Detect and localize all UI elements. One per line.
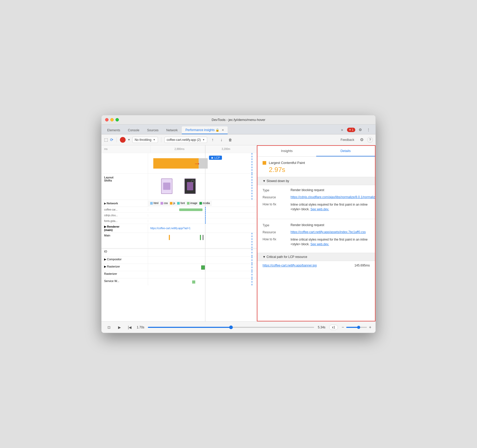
tab-network[interactable]: Network — [163, 126, 181, 134]
network-row-1: coffee-car... — [102, 207, 257, 213]
sw-dashed — [252, 278, 252, 285]
tab-sources[interactable]: Sources — [143, 126, 162, 134]
howtofix-row-1: How to fix Inline critical styles requir… — [263, 202, 370, 212]
howtofix-link-2[interactable]: See web.dev. — [310, 242, 329, 246]
error-badge[interactable]: ✕ 1 — [347, 128, 355, 132]
multiplier-badge: x1 — [329, 325, 338, 330]
toolbar-separator-2 — [161, 137, 161, 142]
toolbar-settings-icon[interactable]: ⚙ — [358, 136, 365, 143]
screenshot-icon[interactable]: ⊡ — [106, 324, 112, 331]
slowed-entry-1: Type Render blocking request Resource ht… — [257, 185, 375, 218]
record-button[interactable] — [120, 137, 126, 143]
net-row-1-label: coffee-car... — [102, 208, 148, 211]
howtofix-link-1[interactable]: See web.dev. — [310, 207, 329, 211]
tab-insights[interactable]: Insights — [257, 146, 316, 156]
resource-link-1[interactable]: https://cdnjs.cloudflare.com/ajax/libs/n… — [291, 195, 375, 199]
maximize-button[interactable] — [115, 118, 119, 121]
zoom-slider[interactable] — [346, 327, 367, 328]
help-icon[interactable]: ? — [367, 137, 373, 143]
service-worker-label: Service W... — [102, 278, 148, 285]
network-row-3: fonts.gsta... — [102, 218, 257, 224]
lcp-heading: Largest Contentful Paint — [257, 157, 375, 166]
compositor-content — [148, 257, 257, 264]
layout-shifts-label: LayoutShifts — [102, 174, 148, 200]
io-row: IO — [102, 249, 257, 256]
type-value-1: Render blocking request — [291, 188, 370, 192]
net-dashed-2 — [205, 213, 206, 218]
renderer-url[interactable]: https://coffee-cart.netlify.app/?ad=1 — [148, 226, 193, 231]
legend-image: image — [187, 202, 197, 205]
renderer-dashed — [252, 233, 252, 248]
more-options-icon[interactable]: ⋮ — [365, 126, 372, 133]
throttling-label: No throttling — [135, 138, 151, 142]
tab-console[interactable]: Console — [124, 126, 143, 134]
legend-html-dot — [150, 202, 153, 205]
io-dashed — [252, 249, 252, 256]
net-row-1-bars — [148, 207, 257, 212]
skip-start-button[interactable]: |◀ — [126, 324, 133, 331]
download-icon[interactable]: ↓ — [218, 136, 225, 143]
legend-js: js — [170, 202, 175, 205]
rasterizer-block — [201, 265, 205, 270]
io-label: IO — [102, 249, 148, 256]
toolbar: ⬚ ⟳ ▼ No throttling ▼ coffee-cart.netlif… — [102, 134, 375, 145]
left-panel: ms 2,880ms 3,200m → LCP — [102, 145, 257, 321]
play-button[interactable]: ▶ — [116, 324, 123, 331]
close-tab-icon[interactable]: ✕ — [222, 128, 224, 132]
traffic-lights — [105, 118, 119, 121]
bottom-bar: ⊡ ▶ |◀ 1.70s 5.34s x1 − + — [102, 321, 375, 333]
type-row-2: Type Render blocking request — [263, 223, 370, 227]
zoom-control: − + — [342, 325, 371, 330]
tab-elements[interactable]: Elements — [104, 126, 124, 134]
close-button[interactable] — [105, 118, 109, 121]
zoom-out-icon[interactable]: − — [342, 325, 344, 330]
timeline-unit: ms — [104, 148, 107, 150]
start-time: 1.70s — [137, 326, 144, 329]
critical-path-time: 145.695ms — [355, 264, 370, 267]
resource-link-2[interactable]: https://coffee-cart.netlify.app/assets/i… — [291, 230, 370, 234]
net-dashed-1 — [205, 207, 206, 212]
lcp-badge[interactable]: LCP — [209, 156, 222, 160]
nav-tool-icon[interactable]: ⟳ — [110, 138, 113, 142]
network-legend: html css js font — [148, 201, 212, 206]
resource-row-2: Resource https://coffee-cart.netlify.app… — [263, 230, 370, 234]
insights-tabs: Insights Details — [257, 146, 375, 157]
network-label: ▶ Network — [102, 200, 148, 207]
flame-2 — [200, 235, 201, 240]
upload-icon[interactable]: ↑ — [209, 136, 216, 143]
profile-dropdown-arrow: ▼ — [202, 138, 205, 141]
critical-path-link[interactable]: https://coffee-cart.netlify.app/banner.j… — [263, 264, 317, 267]
settings-icon[interactable]: ⚙ — [357, 126, 364, 133]
legend-font-dot — [177, 202, 180, 205]
howtofix-text-1: Inline critical styles required for the … — [291, 202, 370, 212]
rasterizer-row-1: ▶ Rasterizer — [102, 264, 257, 271]
howtofix-label-1: How to fix — [263, 202, 288, 212]
renderer-section: ▶ Renderer(main) https://coffee-cart.net… — [102, 224, 257, 249]
dropdown-arrow-record[interactable]: ▼ — [128, 138, 130, 141]
critical-path-heading: ▼ Critical path for LCP resource — [257, 253, 375, 261]
cursor-tool-icon[interactable]: ⬚ — [104, 137, 108, 142]
lcp-section: → LCP — [102, 153, 257, 174]
end-time: 5.34s — [318, 326, 325, 329]
legend-media-dot — [199, 202, 202, 205]
timeline-playback-slider[interactable] — [148, 327, 314, 328]
red-arrow-icon: → — [193, 160, 201, 168]
legend-image-dot — [187, 202, 190, 205]
feedback-button[interactable]: Feedback — [338, 137, 356, 143]
legend-css-dot — [161, 202, 163, 205]
resource-label-1: Resource — [263, 195, 288, 199]
service-worker-content — [148, 278, 257, 285]
throttling-dropdown[interactable]: No throttling ▼ — [132, 137, 158, 143]
layout-dashed-line — [252, 174, 252, 200]
tab-details[interactable]: Details — [316, 146, 375, 156]
rasterizer-2-label: Rasterizer — [102, 271, 148, 278]
more-tabs-button[interactable]: » — [339, 126, 345, 133]
zoom-in-icon[interactable]: + — [369, 325, 371, 330]
insights-content: Largest Contentful Paint 2.97s ▼ Slowed … — [257, 157, 375, 321]
type-row-1: Type Render blocking request — [263, 188, 370, 192]
minimize-button[interactable] — [110, 118, 114, 121]
tab-performance-insights[interactable]: Performance insights 🔒 ✕ — [182, 126, 228, 134]
delete-icon[interactable]: 🗑 — [227, 136, 234, 143]
profile-dropdown[interactable]: coffee-cart.netlify.app (2) ▼ — [164, 137, 207, 143]
right-panel: Insights Details Largest Contentful Pain… — [257, 145, 375, 321]
